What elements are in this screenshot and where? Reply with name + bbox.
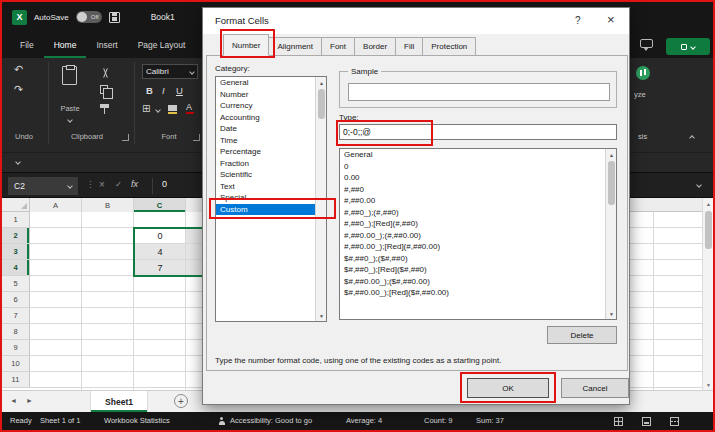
formula-bar-expand-chevron[interactable] — [696, 182, 702, 188]
dialog-tab-border[interactable]: Border — [355, 37, 396, 56]
page-layout-view-icon[interactable] — [642, 417, 651, 426]
format-code-item[interactable]: #,##0 — [340, 184, 605, 196]
scrollbar-thumb[interactable] — [608, 161, 615, 205]
category-item-date[interactable]: Date — [216, 123, 315, 135]
category-item-fraction[interactable]: Fraction — [216, 158, 315, 170]
collapse-ribbon-icon[interactable] — [689, 135, 695, 141]
format-code-item[interactable]: $#,##0_);[Red]($#,##0) — [340, 264, 605, 276]
dialog-tab-number[interactable]: Number — [223, 34, 269, 56]
underline-button[interactable]: U — [176, 85, 183, 96]
row-header-6[interactable]: 6 — [2, 292, 30, 308]
category-listbox[interactable]: GeneralNumberCurrencyAccountingDateTimeP… — [215, 76, 327, 322]
dialog-close-icon[interactable]: × — [607, 12, 615, 27]
category-item-scientific[interactable]: Scientific — [216, 169, 315, 181]
row-header-7[interactable]: 7 — [2, 308, 30, 324]
name-box[interactable]: C2 — [8, 177, 78, 195]
dialog-tab-fill[interactable]: Fill — [396, 37, 423, 56]
copy-icon[interactable] — [100, 85, 108, 94]
status-aggregate[interactable]: Count: 9 — [424, 412, 452, 430]
cancel-entry-icon[interactable]: × — [99, 179, 105, 190]
insert-function-icon[interactable]: fx — [131, 179, 138, 189]
comments-button[interactable] — [640, 39, 658, 53]
row-header-8[interactable]: 8 — [2, 324, 30, 340]
category-item-percentage[interactable]: Percentage — [216, 146, 315, 158]
row-header-2[interactable]: 2 — [2, 228, 30, 244]
ribbon-tab-page-layout[interactable]: Page Layout — [128, 32, 196, 58]
font-name-combo[interactable]: Calibri — [142, 64, 198, 79]
clipboard-dialog-launcher-icon[interactable] — [122, 134, 129, 141]
ribbon-options-chevron[interactable] — [15, 159, 21, 165]
font-color-icon[interactable]: A — [186, 102, 192, 112]
row-header-1[interactable]: 1 — [2, 212, 30, 228]
name-box-chevron[interactable] — [67, 183, 73, 189]
fill-color-icon[interactable] — [168, 105, 177, 111]
select-all-corner[interactable] — [2, 198, 30, 212]
sheet-nav-prev-icon[interactable]: ◄ — [10, 397, 17, 404]
status-aggregate[interactable]: Sum: 37 — [476, 412, 504, 430]
share-button[interactable] — [666, 38, 710, 55]
workbook-statistics-button[interactable]: Workbook Statistics — [104, 412, 170, 430]
paste-dropdown-chevron[interactable] — [67, 117, 73, 123]
row-header-9[interactable]: 9 — [2, 340, 30, 356]
category-item-custom[interactable]: Custom — [216, 204, 315, 216]
sheet-nav-next-icon[interactable]: ► — [26, 397, 33, 404]
scroll-down-icon[interactable]: ▼ — [316, 310, 327, 321]
scroll-down-icon[interactable]: ▼ — [606, 308, 617, 319]
vertical-scrollbar[interactable]: ▲ ▼ — [702, 198, 713, 390]
category-item-number[interactable]: Number — [216, 89, 315, 101]
column-header-b[interactable]: B — [82, 198, 134, 212]
format-code-listbox[interactable]: General00.00#,##0#,##0.00#,##0_);(#,##0)… — [339, 148, 617, 320]
scroll-up-icon[interactable]: ▲ — [606, 149, 617, 160]
format-code-item[interactable]: 0.00 — [340, 172, 605, 184]
format-code-item[interactable]: #,##0.00_);(#,##0.00) — [340, 230, 605, 242]
paste-icon[interactable] — [62, 66, 77, 85]
category-item-special[interactable]: Special — [216, 192, 315, 204]
ok-button[interactable]: OK — [467, 378, 549, 398]
paste-label[interactable]: Paste — [46, 104, 94, 113]
type-input[interactable] — [339, 124, 617, 140]
italic-button[interactable]: I — [162, 85, 165, 96]
format-code-item[interactable]: 0 — [340, 161, 605, 173]
category-scrollbar[interactable]: ▲ ▼ — [315, 77, 326, 321]
analyze-data-label-fragment[interactable]: yze — [634, 90, 646, 99]
row-header-11[interactable]: 11 — [2, 372, 30, 388]
status-aggregate[interactable]: Average: 4 — [346, 412, 382, 430]
scroll-up-icon[interactable]: ▲ — [316, 77, 327, 88]
sheet-tab-sheet1[interactable]: Sheet1 — [90, 391, 148, 412]
format-code-item[interactable]: #,##0.00_);[Red](#,##0.00) — [340, 241, 605, 253]
cancel-button[interactable]: Cancel — [561, 378, 629, 398]
row-header-5[interactable]: 5 — [2, 276, 30, 292]
format-code-scrollbar[interactable]: ▲ ▼ — [605, 149, 616, 319]
cut-icon[interactable] — [100, 68, 110, 79]
scrollbar-thumb[interactable] — [705, 211, 712, 249]
redo-icon[interactable]: ↷ — [14, 84, 23, 95]
row-header-4[interactable]: 4 — [2, 260, 30, 276]
row-header-10[interactable]: 10 — [2, 356, 30, 372]
category-item-currency[interactable]: Currency — [216, 100, 315, 112]
borders-icon[interactable]: ⊞ — [142, 104, 150, 114]
format-painter-icon[interactable] — [100, 104, 109, 108]
format-code-item[interactable]: #,##0.00 — [340, 195, 605, 207]
column-header-c[interactable]: C — [134, 198, 186, 212]
scroll-up-icon[interactable]: ▲ — [703, 198, 714, 209]
format-code-item[interactable]: $#,##0_);($#,##0) — [340, 253, 605, 265]
format-code-item[interactable]: #,##0_);[Red](#,##0) — [340, 218, 605, 230]
normal-view-icon[interactable] — [614, 417, 623, 426]
formula-value[interactable]: 0 — [162, 179, 167, 189]
autosave-toggle[interactable]: Off — [76, 11, 102, 23]
accessibility-status[interactable]: Accessibility: Good to go — [230, 412, 312, 430]
format-code-item[interactable]: $#,##0.00_);($#,##0.00) — [340, 276, 605, 288]
row-header-3[interactable]: 3 — [2, 244, 30, 260]
scrollbar-thumb[interactable] — [318, 89, 325, 119]
font-dialog-launcher-icon[interactable] — [193, 134, 200, 141]
format-code-item[interactable]: $#,##0.00_);[Red]($#,##0.00) — [340, 287, 605, 299]
category-item-accounting[interactable]: Accounting — [216, 112, 315, 124]
dialog-tab-alignment[interactable]: Alignment — [269, 37, 322, 56]
borders-chevron[interactable] — [155, 107, 161, 113]
category-item-general[interactable]: General — [216, 77, 315, 89]
undo-icon[interactable]: ↶ — [14, 64, 23, 75]
dialog-tab-protection[interactable]: Protection — [423, 37, 476, 56]
dialog-tab-font[interactable]: Font — [322, 37, 355, 56]
new-sheet-button[interactable]: + — [174, 394, 188, 408]
bold-button[interactable]: B — [146, 85, 153, 96]
